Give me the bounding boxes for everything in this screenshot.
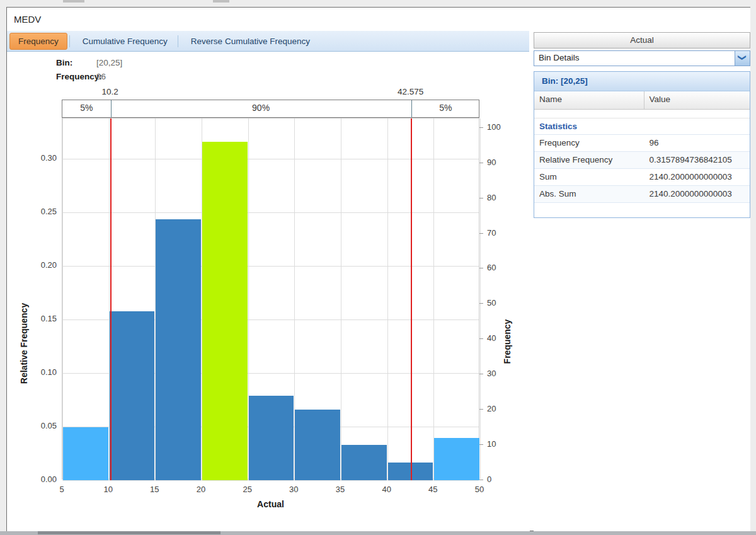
histogram-bar-[20,25][interactable] [202,142,248,480]
left-axis-tick-0.00: 0.00 [29,475,57,484]
right-axis-tick-mark [479,480,483,480]
stat-row-frequency: Frequency96 [534,135,750,152]
tab-separator [69,35,70,47]
percentile-band: 5% 90% 5% [62,100,479,118]
x-axis-tick-25: 25 [243,485,251,494]
left-axis-tick-0.25: 0.25 [29,207,57,216]
x-axis-tick-20: 20 [197,485,205,494]
percentile-band-divider-upper [411,100,412,117]
chevron-down-icon: ❯ [736,54,749,61]
stat-value: 96 [644,138,658,147]
gridline-horizontal [62,212,479,213]
background-top-strip [0,0,756,7]
right-axis-tick-mark [479,163,483,163]
x-axis-tick-45: 45 [428,485,437,494]
right-axis-tick-10: 10 [487,439,496,449]
bin-details-card: Bin: [20,25] Name Value Statistics Frequ… [534,71,750,218]
bin-card-column-headers: Name Value [534,91,750,110]
x-axis-tick-35: 35 [336,485,345,494]
background-artifact [213,0,229,3]
medv-window: MEDV ✕ FrequencyCumulative FrequencyReve… [6,7,750,531]
right-axis-tick-40: 40 [487,333,496,343]
gridline-vertical [480,118,481,479]
percentile-segment-label-left: 5% [80,103,93,113]
histogram-bar-[15,20][interactable] [156,219,201,480]
bin-details-dropdown[interactable]: Bin Details ❯ [534,50,750,66]
left-axis-title: Relative Frequency [19,303,29,384]
histogram-chart: Bin: [20,25] Frequency: 96 10.2 42.575 5… [7,52,530,531]
right-axis-tick-30: 30 [487,369,496,378]
histogram-bar-[30,35][interactable] [295,410,340,480]
tab-cumulative-frequency[interactable]: Cumulative Frequency [74,33,176,49]
column-header-value: Value [644,95,670,104]
stat-row-abs-sum: Abs. Sum2140.2000000000003 [534,186,750,203]
histogram-bar-[35,40][interactable] [341,445,387,480]
hover-bin-label: Bin: [56,58,72,67]
x-axis-tick-40: 40 [382,485,391,494]
gridline-horizontal [62,266,479,267]
plot-area [62,118,479,480]
stat-value: 2140.2000000000003 [644,189,731,198]
panel-header-button[interactable]: Actual [534,32,750,49]
right-axis-tick-mark [479,338,483,339]
column-header-name: Name [539,95,562,104]
stat-name: Frequency [539,138,580,147]
stat-name: Relative Frequency [539,155,612,164]
histogram-bar-[25,30][interactable] [249,396,294,480]
statistics-rows: Frequency96Relative Frequency0.315789473… [534,135,750,203]
x-axis-tick-10: 10 [103,485,112,494]
background-bottom-strip [0,531,756,535]
right-axis-tick-mark [479,409,483,410]
right-axis-tick-mark [479,374,483,374]
x-axis-tick-30: 30 [289,485,298,494]
stat-name: Sum [539,172,557,181]
stat-value: 0.3157894736842105 [644,155,731,164]
right-axis-tick-70: 70 [487,228,496,238]
card-spacer [534,110,750,118]
screen: MEDV ✕ FrequencyCumulative FrequencyReve… [0,0,756,535]
left-axis-tick-0.20: 0.20 [29,260,57,270]
tab-frequency[interactable]: Frequency [9,33,67,50]
histogram-bar-[5,10][interactable] [63,427,108,480]
tab-bar: FrequencyCumulative FrequencyReverse Cum… [7,31,529,52]
statistics-section-header: Statistics [534,118,750,135]
gridline-horizontal [62,159,479,159]
right-axis-tick-60: 60 [487,263,496,272]
percentile-segment-label-middle: 90% [252,103,270,113]
right-axis-tick-mark [479,233,483,234]
right-axis-tick-90: 90 [487,158,496,167]
percentile-upper-value: 42.575 [398,87,423,96]
gridline-vertical [341,118,341,479]
right-axis-tick-80: 80 [487,193,496,202]
stat-row-sum: Sum2140.2000000000003 [534,169,750,186]
left-axis-tick-0.10: 0.10 [29,367,57,377]
right-panel: Actual Bin Details ❯ Bin: [20,25] Name V… [534,8,750,532]
right-axis-tick-0: 0 [487,475,491,484]
right-axis-tick-50: 50 [487,298,496,308]
right-axis-tick-mark [479,268,483,268]
percentile-marker-line-upper[interactable] [411,118,412,480]
stat-row-relative-frequency: Relative Frequency0.3157894736842105 [534,152,750,169]
dropdown-button[interactable]: ❯ [735,51,750,66]
gridline-vertical [433,118,434,479]
right-axis-tick-mark [479,444,483,445]
hover-bin-value: [20,25] [96,58,122,67]
right-axis-tick-20: 20 [487,404,496,413]
background-artifact [38,531,220,534]
percentile-segment-label-right: 5% [439,103,452,113]
x-axis-tick-50: 50 [475,485,484,494]
x-axis-tick-5: 5 [59,485,64,494]
histogram-bar-[45,50][interactable] [434,438,479,480]
gridline-horizontal [62,480,479,481]
percentile-marker-line-lower[interactable] [110,118,112,480]
percentile-lower-value: 10.2 [101,87,118,96]
background-artifact [63,0,84,3]
right-axis-title: Frequency [502,319,512,364]
tab-reverse-cumulative-frequency[interactable]: Reverse Cumulative Frequency [183,33,318,49]
x-axis-title: Actual [257,499,284,509]
histogram-bar-[10,15][interactable] [110,311,155,480]
right-axis-tick-100: 100 [487,122,501,132]
gridline-vertical [387,118,388,479]
left-axis-tick-0.15: 0.15 [29,314,57,323]
tab-separator [178,35,178,47]
